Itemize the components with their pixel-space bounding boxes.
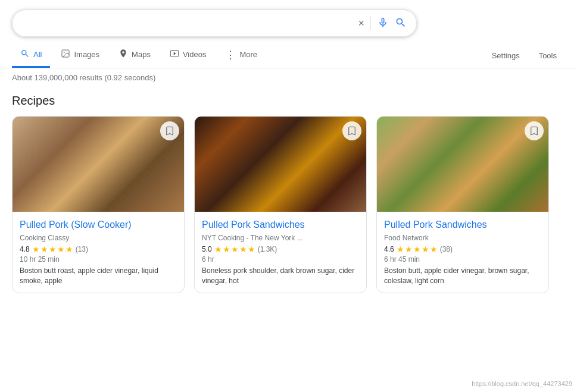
search-divider xyxy=(370,16,371,30)
stars-3: ★ ★ ★ ★ ★ xyxy=(397,244,438,254)
recipe-source-2: NYT Cooking - The New York ... xyxy=(202,234,359,242)
svg-marker-3 xyxy=(174,52,176,55)
nav-tabs: All Images Maps Videos ⋮ More Settings T… xyxy=(0,43,577,68)
recipe-source-1: Cooking Classy xyxy=(20,234,177,242)
tab-more-label: More xyxy=(239,50,257,59)
recipe-time-1: 10 hr 25 min xyxy=(20,255,177,264)
videos-icon xyxy=(170,49,179,60)
star-2-2: ★ xyxy=(223,244,230,254)
star-2-1: ★ xyxy=(214,244,222,254)
tab-maps-label: Maps xyxy=(132,50,151,59)
all-search-icon xyxy=(20,49,30,60)
clear-icon[interactable]: × xyxy=(358,17,364,30)
recipe-card-body-3: Pulled Pork Sandwiches Food Network 4.6 … xyxy=(377,212,548,293)
star-3-4: ★ xyxy=(422,244,429,254)
star-1-4: ★ xyxy=(57,244,65,254)
bookmark-icon-2[interactable] xyxy=(342,121,361,140)
search-bar-container: pulled pork sandwich × xyxy=(0,0,577,43)
svg-point-1 xyxy=(64,52,65,53)
recipe-card-body-2: Pulled Pork Sandwiches NYT Cooking - The… xyxy=(195,212,366,293)
mic-icon[interactable] xyxy=(377,17,389,30)
recipe-title-3: Pulled Pork Sandwiches xyxy=(384,219,541,231)
search-bar: pulled pork sandwich × xyxy=(12,10,417,37)
recipe-card-img-1 xyxy=(13,117,184,212)
recipe-rating-row-3: 4.6 ★ ★ ★ ★ ★ (38) xyxy=(384,244,541,254)
star-1-5: ★ xyxy=(66,244,73,254)
rating-count-1: (13) xyxy=(76,245,88,253)
tab-all-label: All xyxy=(33,50,42,59)
recipe-rating-row-2: 5.0 ★ ★ ★ ★ ★ (1.3K) xyxy=(202,244,359,254)
recipe-title-1: Pulled Pork (Slow Cooker) xyxy=(20,219,177,231)
rating-num-3: 4.6 xyxy=(384,245,394,253)
star-2-5: ★ xyxy=(248,244,255,254)
star-2-4: ★ xyxy=(239,244,247,254)
star-2-3: ★ xyxy=(231,244,239,254)
search-bar-icons: × xyxy=(358,16,407,30)
bookmark-icon-3[interactable] xyxy=(525,121,544,140)
tab-videos[interactable]: Videos xyxy=(161,43,215,68)
recipe-rating-row-1: 4.8 ★ ★ ★ ★ ★ (13) xyxy=(20,244,177,254)
recipes-title: Recipes xyxy=(12,94,565,108)
bookmark-icon-1[interactable] xyxy=(160,121,179,140)
rating-num-2: 5.0 xyxy=(202,245,212,253)
rating-count-2: (1.3K) xyxy=(258,245,277,253)
recipe-card-img-2 xyxy=(195,117,366,212)
images-icon xyxy=(61,49,70,60)
recipe-time-2: 6 hr xyxy=(202,255,359,264)
stars-2: ★ ★ ★ ★ ★ xyxy=(214,244,255,254)
star-1-3: ★ xyxy=(49,244,57,254)
search-input[interactable]: pulled pork sandwich xyxy=(22,18,358,29)
star-1-2: ★ xyxy=(40,244,48,254)
recipe-card-body-1: Pulled Pork (Slow Cooker) Cooking Classy… xyxy=(13,212,184,293)
recipe-card-2[interactable]: Pulled Pork Sandwiches NYT Cooking - The… xyxy=(194,116,367,293)
tab-images-label: Images xyxy=(74,50,99,59)
recipe-card-3[interactable]: Pulled Pork Sandwiches Food Network 4.6 … xyxy=(376,116,549,293)
stars-1: ★ ★ ★ ★ ★ xyxy=(32,244,73,254)
tab-videos-label: Videos xyxy=(183,50,207,59)
tab-more[interactable]: ⋮ More xyxy=(217,43,266,68)
recipe-source-3: Food Network xyxy=(384,234,541,242)
results-info: About 139,000,000 results (0.92 seconds) xyxy=(0,68,577,84)
star-3-1: ★ xyxy=(397,244,404,254)
star-1-1: ★ xyxy=(32,244,40,254)
star-3-2: ★ xyxy=(405,244,413,254)
rating-num-1: 4.8 xyxy=(20,245,30,253)
recipe-time-3: 6 hr 45 min xyxy=(384,255,541,264)
recipes-section: Recipes Pulled Pork (Slow Cooker) Cookin… xyxy=(0,84,577,303)
nav-right-actions: Settings Tools xyxy=(484,45,565,66)
more-icon: ⋮ xyxy=(225,49,236,60)
star-3-3: ★ xyxy=(413,244,421,254)
maps-icon xyxy=(118,49,128,60)
tools-link[interactable]: Tools xyxy=(531,45,565,66)
rating-count-3: (38) xyxy=(440,245,453,253)
tab-images[interactable]: Images xyxy=(52,43,108,68)
star-3-5: ★ xyxy=(430,244,438,254)
search-submit-icon[interactable] xyxy=(395,17,407,30)
recipe-title-2: Pulled Pork Sandwiches xyxy=(202,219,359,231)
tab-all[interactable]: All xyxy=(12,43,50,68)
recipe-ingredients-1: Boston butt roast, apple cider vinegar, … xyxy=(20,266,177,286)
tab-maps[interactable]: Maps xyxy=(110,43,159,68)
recipe-ingredients-3: Boston butt, apple cider vinegar, brown … xyxy=(384,266,541,286)
recipe-card-1[interactable]: Pulled Pork (Slow Cooker) Cooking Classy… xyxy=(12,116,185,293)
recipe-cards: Pulled Pork (Slow Cooker) Cooking Classy… xyxy=(12,116,565,293)
recipe-card-img-3 xyxy=(377,117,548,212)
settings-link[interactable]: Settings xyxy=(484,45,528,66)
recipe-ingredients-2: Boneless pork shoulder, dark brown sugar… xyxy=(202,266,359,286)
